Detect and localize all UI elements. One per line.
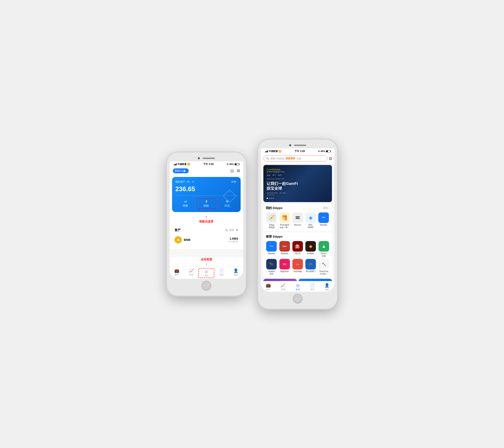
nav-item-market[interactable]: 📈 市场 — [184, 268, 198, 278]
home-button[interactable] — [202, 281, 211, 290]
dapp-item-pancake[interactable]: 🥞 PancakeSwap（薄… — [279, 213, 290, 229]
p2-nav-news[interactable]: 📄 资讯 — [305, 283, 320, 291]
search-control[interactable]: 🔍 搜索 — [225, 229, 234, 232]
flash-button[interactable]: ⚙ 闪兑 — [217, 198, 237, 209]
phone2-speaker — [294, 145, 306, 146]
qr-icon[interactable]: ⧉ — [237, 168, 240, 173]
bsc-arrow-icon: ▶ — [184, 169, 186, 172]
nav-item-news[interactable]: 📄 资讯 — [214, 268, 229, 278]
rec-icon-biggame: BIG — [279, 259, 290, 269]
rec-name-goldenbull: GoldenBull — [268, 270, 275, 275]
dapp-item-bounce[interactable]: Bounce — [292, 213, 304, 229]
rec-goldenbull[interactable]: 🐂 GoldenBull — [266, 259, 277, 275]
receive-icon: ⬇ — [205, 199, 208, 203]
phone2-time-label: 下午 3:26 — [294, 149, 305, 153]
banner-logo: LootGlobal — [267, 168, 329, 171]
dapp-icon-pancake: 🥞 — [279, 213, 290, 223]
rec-name-felix: FELIX — [295, 252, 301, 255]
nav-item-discover[interactable]: ◎ 发现 — [198, 268, 215, 278]
asset-card-top: 我的资产（¥） 👁 详情 › — [175, 180, 237, 184]
asset-cny-bnb: ≈ ¥ 236.65 — [228, 240, 238, 243]
my-dapps-more[interactable]: 更多 › — [323, 206, 329, 210]
rec-defibox-icon: ◆ — [309, 244, 312, 249]
time-label: 下午 3:26 — [203, 162, 214, 166]
rec-icon-felix: 🎰 — [292, 241, 303, 251]
p2-nav-assets[interactable]: 💼 资产 — [261, 283, 275, 291]
uniswap-card[interactable]: 🦄 Uniswap DeFi牛币发动机 — [263, 279, 297, 281]
battery-percent: 46% — [229, 163, 234, 165]
recommended-title: 推荐 DApps — [266, 235, 283, 239]
p2-nav-icon-news: 📄 — [310, 283, 315, 288]
asset-name-bnb: BNB — [184, 238, 226, 241]
p2-home-button[interactable] — [293, 294, 302, 303]
nav-icon-assets: 💼 — [174, 268, 179, 273]
p2-nav-label-market: 市场 — [281, 288, 285, 291]
assets-header: 资产 🔍 搜索 + — [175, 228, 238, 233]
nav-icon-discover: ◎ — [204, 269, 208, 274]
nav-item-assets[interactable]: 💼 资产 — [170, 268, 184, 278]
scan-icon[interactable]: ⊡ — [230, 168, 234, 173]
search-bar[interactable]: 🔍 搜索 DApp或 搜索薄饼 玩耍 — [263, 155, 327, 162]
status-bar: 中国联通 📶 下午 3:26 ⊙ 46% — [170, 161, 243, 167]
bsc-badge[interactable]: BSC-1 ▶ — [173, 168, 189, 173]
dapp-item-browser[interactable]: 🧭 DApp浏览器 — [266, 213, 278, 229]
dapp-name-bscswap: BSCSWAP — [307, 224, 313, 229]
rec-icon-defibox: ◆ — [305, 241, 316, 251]
banner-id: tw0471011 — [267, 194, 329, 196]
scroll-content[interactable]: LootGlobal 全球NFT游戏资产平台 游戏 NFT DeFi 2020-… — [261, 163, 334, 281]
p2-qr-icon[interactable]: ⧉ — [329, 156, 332, 161]
content-spacer — [170, 249, 243, 257]
receive-button[interactable]: ⬇ 收款 — [196, 198, 217, 209]
dapp-name-newdex: Newdex — [320, 224, 327, 226]
rec-bluebet[interactable]: 🎮 BLUEBET — [305, 259, 316, 275]
transfer-button[interactable]: ⇄ 转账 — [175, 198, 196, 209]
p2-nav-profile[interactable]: 👤 我的 — [320, 283, 334, 291]
nav-label-assets: 资产 — [175, 273, 179, 276]
rec-justswap[interactable]: ↔ JustSwap — [292, 259, 303, 275]
bounce-bar2 — [296, 217, 300, 218]
bottom-promo-cards: 🦄 Uniswap DeFi牛币发动机 🎓 DeFi课堂 汇聚全网最火DeFi教… — [263, 279, 332, 281]
rec-defibox[interactable]: ◆ Defibox — [305, 241, 316, 257]
rec-dmd[interactable]: 🔨 Dmd.Finance(钻… — [318, 259, 329, 275]
assets-section: 资产 🔍 搜索 + ◈ BNB 1 — [172, 225, 241, 248]
rec-felix[interactable]: 🎰 FELIX — [292, 241, 303, 257]
promo-banner[interactable]: LootGlobal 全球NFT游戏资产平台 游戏 NFT DeFi 2020-… — [263, 165, 332, 202]
rec-bethash[interactable]: Bet# Bethash — [279, 241, 290, 257]
dapp-item-newdex[interactable]: 〜 Newdex — [318, 213, 329, 229]
receive-annotation: ↑ 收款点这里 — [170, 214, 243, 224]
p2-nav-label-assets: 资产 — [266, 288, 270, 291]
eye-icon[interactable]: 👁 — [192, 180, 194, 183]
defi-card[interactable]: 🎓 DeFi课堂 汇聚全网最火DeFi教程 — [298, 279, 332, 281]
banner-ref: 邀请您参与挖矿，加入我们！ — [267, 192, 329, 194]
rec-name-justswap: JustSwap — [293, 270, 302, 273]
banner-main1: 让我们一起GamFi — [267, 181, 329, 186]
rec-dfs[interactable]: ▲ DFS大丰收 — [318, 241, 329, 257]
banner-tag-defi: DeFi — [278, 174, 282, 177]
rec-icon-bluebet: 🎮 — [305, 259, 316, 269]
my-dapps-grid: 🧭 DApp浏览器 🥞 PancakeSwap（薄… — [266, 213, 329, 229]
rec-felix-icon: 🎰 — [295, 244, 300, 249]
rec-name-dmd: Dmd.Finance(钻… — [319, 270, 328, 275]
p2-nav-market[interactable]: 📈 市场 — [275, 283, 290, 291]
phone2-battery-percent: 46% — [321, 150, 325, 152]
bounce-bar3 — [295, 218, 300, 219]
rec-icon-dfs: ▲ — [319, 241, 329, 251]
rec-icon-dmd: 🔨 — [319, 259, 329, 269]
phone-top-bar — [170, 155, 243, 161]
add-asset-button[interactable]: + — [236, 228, 238, 233]
wifi-icon: 📶 — [187, 163, 190, 166]
nav-item-profile[interactable]: 👤 我的 — [229, 268, 243, 278]
banner-dots — [267, 198, 329, 199]
bottom-nav: 💼 资产 📈 市场 ◎ 发现 📄 资讯 👤 我的 — [170, 266, 243, 279]
p2-nav-icon-market: 📈 — [280, 283, 286, 288]
assets-controls: 🔍 搜索 + — [225, 228, 238, 233]
dapp-item-bscswap[interactable]: ◈ BSCSWAP — [305, 213, 317, 229]
asset-row-bnb[interactable]: ◈ BNB 1.4963 ≈ ¥ 236.65 — [175, 234, 238, 245]
newdex-icon: 〜 — [322, 215, 326, 220]
rec-newdex[interactable]: 〜 Newdex — [266, 241, 277, 257]
asset-detail[interactable]: 详情 › — [231, 180, 237, 184]
rec-biggame[interactable]: BIG BigGame — [279, 259, 290, 275]
search-highlight: 搜索薄饼 — [286, 157, 295, 160]
p2-nav-discover[interactable]: ◎ 发现 — [290, 283, 305, 291]
my-dapps-header: 我的 DApps 更多 › — [266, 206, 329, 210]
